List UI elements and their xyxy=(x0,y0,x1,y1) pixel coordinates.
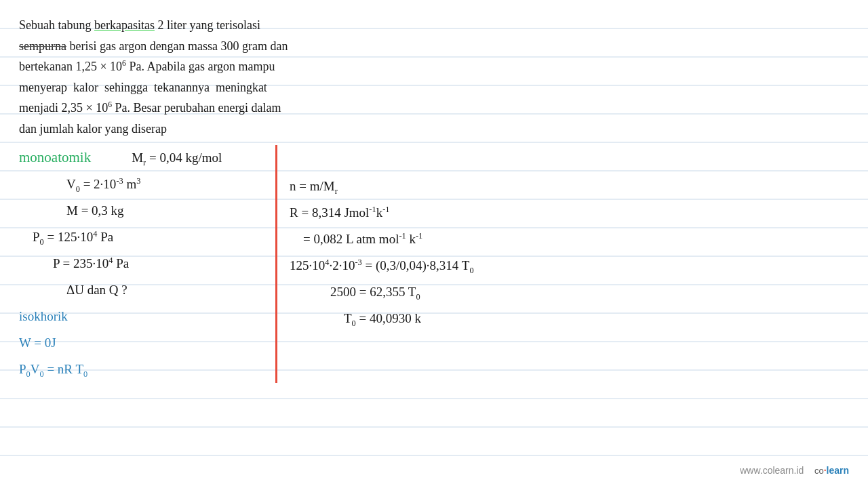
colearn-logo: www.colearn.id co·learn xyxy=(740,465,849,476)
v0-line: V0 = 2·10-3 m3 xyxy=(66,171,229,198)
delta-u-q: ΔU dan Q ? xyxy=(66,277,229,304)
website-text: www.colearn.id xyxy=(740,465,804,476)
page: Sebuah tabung berkapasitas 2 liter yang … xyxy=(0,0,868,488)
p-line: P = 235·104 Pa xyxy=(53,251,229,277)
p0-line: P0 = 125·104 Pa xyxy=(33,224,229,251)
monoatomik-label: monoatomik xyxy=(19,149,91,166)
berkapasitas-underline: berkapasitas xyxy=(94,18,155,32)
right-column: n = m/Mr R = 8,314 Jmol-1k-1 = 0,082 L a… xyxy=(283,145,849,383)
left-column: monoatomik Mr = 0,04 kg/mol V0 = 2·10-3 … xyxy=(19,145,270,383)
r-eq: R = 8,314 Jmol-1k-1 xyxy=(290,200,849,226)
r-alt: = 0,082 L atm mol-1 k-1 xyxy=(303,226,849,253)
brand-text: co·learn xyxy=(814,465,849,476)
content-wrapper: Sebuah tabung berkapasitas 2 liter yang … xyxy=(0,0,868,402)
m-line: M = 0,3 kg xyxy=(66,198,229,224)
mr-label: Mr = 0,04 kg/mol xyxy=(132,145,222,171)
sempurna-strikethrough: sempurna xyxy=(19,39,66,53)
calc2: 2500 = 62,355 T0 xyxy=(330,279,849,306)
n-eq: n = m/Mr xyxy=(290,174,849,200)
problem-text: Sebuah tabung berkapasitas 2 liter yang … xyxy=(19,15,426,140)
red-divider xyxy=(275,145,277,383)
calc1: 125·104·2·10-3 = (0,3/0,04)·8,314 T0 xyxy=(290,253,849,279)
w-line: W = 0J xyxy=(19,330,229,357)
p0v0-line: P0V0 = nR T0 xyxy=(19,357,229,383)
t0-result: T0 = 40,0930 k xyxy=(344,306,849,332)
main-layout: monoatomik Mr = 0,04 kg/mol V0 = 2·10-3 … xyxy=(19,145,849,383)
isokhorik-label: isokhorik xyxy=(19,304,229,330)
left-variables: V0 = 2·10-3 m3 M = 0,3 kg P0 = 125·104 P… xyxy=(19,171,229,383)
